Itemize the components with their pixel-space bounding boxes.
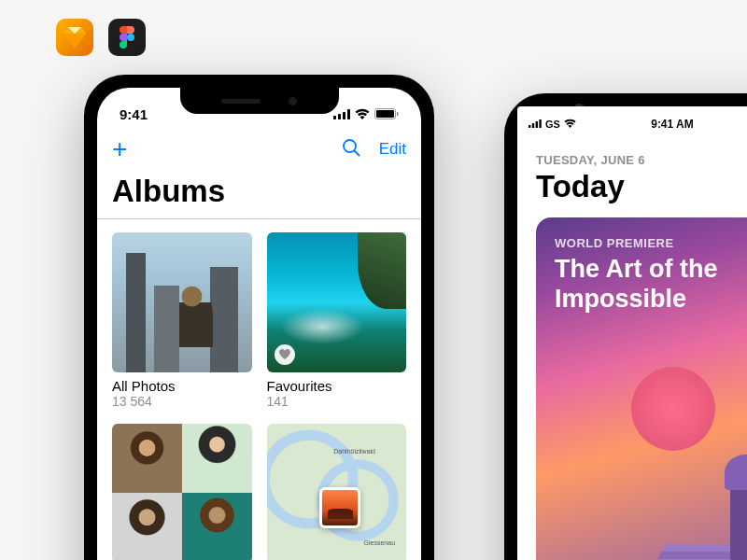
iphone-x-mockup: 9:41 + Edit Albums All Photos 13 564 xyxy=(84,75,434,560)
album-title: Favourites xyxy=(267,378,407,394)
navigation-bar: + Edit xyxy=(97,129,421,170)
svg-rect-12 xyxy=(536,121,538,128)
status-time: 9:41 xyxy=(120,106,148,122)
today-feature-card[interactable]: WORLD PREMIERE The Art of the Impossible xyxy=(536,217,747,560)
album-thumbnail xyxy=(267,232,407,372)
status-time: 9:41 AM xyxy=(651,118,694,131)
svg-rect-4 xyxy=(347,109,350,119)
album-count: 13 564 xyxy=(112,394,252,409)
svg-rect-11 xyxy=(532,123,534,128)
svg-rect-10 xyxy=(529,125,530,128)
album-thumbnail xyxy=(112,424,252,561)
add-album-button[interactable]: + xyxy=(112,136,127,162)
album-thumbnail xyxy=(112,232,252,372)
card-title: The Art of the Impossible xyxy=(536,254,747,315)
album-places[interactable]: Dahlhölzliwald Giessenau xyxy=(267,424,407,561)
carrier-label: GS xyxy=(545,119,560,130)
map-label: Giessenau xyxy=(364,539,395,546)
svg-line-9 xyxy=(354,150,359,155)
figma-app-icon xyxy=(108,19,146,56)
album-favourites[interactable]: Favourites 141 xyxy=(267,232,407,409)
battery-icon xyxy=(374,108,399,119)
today-date: TUESDAY, JUNE 6 xyxy=(517,134,747,169)
svg-rect-1 xyxy=(333,116,336,119)
svg-rect-2 xyxy=(338,114,341,119)
wifi-icon xyxy=(355,108,370,119)
iphone-8-mockup: GS 9:41 AM TUESDAY, JUNE 6 Today WORLD P… xyxy=(504,93,747,560)
status-bar: GS 9:41 AM xyxy=(517,106,747,134)
wifi-icon xyxy=(564,119,576,130)
sketch-app-icon xyxy=(56,19,93,56)
album-title: All Photos xyxy=(112,378,252,394)
album-all-photos[interactable]: All Photos 13 564 xyxy=(112,232,252,409)
cellular-signal-icon xyxy=(333,109,350,119)
svg-rect-7 xyxy=(397,112,399,116)
svg-rect-6 xyxy=(376,110,394,118)
card-eyebrow: WORLD PREMIERE xyxy=(536,217,747,254)
map-label: Dahlhölzliwald xyxy=(333,448,375,455)
svg-point-0 xyxy=(127,34,134,41)
album-count: 141 xyxy=(267,394,407,409)
svg-rect-3 xyxy=(343,112,345,119)
album-thumbnail: Dahlhölzliwald Giessenau xyxy=(267,424,407,561)
heart-icon xyxy=(275,344,295,365)
page-title: Albums xyxy=(97,170,421,218)
search-button[interactable] xyxy=(342,138,360,161)
svg-rect-13 xyxy=(539,119,541,128)
map-pin-icon xyxy=(319,487,360,528)
page-title: Today xyxy=(517,169,747,217)
album-people[interactable] xyxy=(112,424,252,561)
divider xyxy=(97,218,421,219)
cellular-signal-icon xyxy=(529,119,542,130)
edit-button[interactable]: Edit xyxy=(379,140,406,159)
